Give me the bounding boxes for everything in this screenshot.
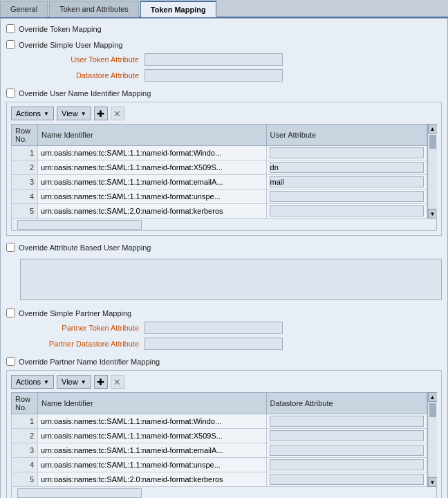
- col-header-name-2: Name Identifier: [38, 393, 267, 414]
- simple-user-mapping-label: Override Simple User Mapping: [19, 41, 122, 49]
- scroll-down-2[interactable]: ▼: [428, 477, 438, 487]
- tab-general[interactable]: General: [0, 1, 48, 17]
- simple-partner-mapping-label: Override Simple Partner Mapping: [19, 309, 131, 317]
- partner-datastore-attribute-row: Partner Datastore Attribute: [20, 338, 442, 350]
- partner-actions-label: Actions: [16, 378, 41, 386]
- partner-attr-input-4[interactable]: [270, 459, 424, 470]
- table-row: 1 urn:oasis:names:tc:SAML:1.1:nameid-for…: [12, 146, 427, 160]
- partner-attr-1: [266, 414, 427, 429]
- partner-row-no-3: 3: [12, 443, 38, 458]
- simple-partner-mapping-fields: Partner Token Attribute Partner Datastor…: [6, 322, 442, 350]
- partner-name-identifier-label: Override Partner Name Identifier Mapping: [19, 358, 160, 366]
- table-row: 5 urn:oasis:names:tc:SAML:2.0:nameid-for…: [12, 472, 427, 487]
- partner-actions-button[interactable]: Actions ▼: [11, 375, 54, 389]
- table-scrollbar-1[interactable]: ▲ ▼: [427, 124, 437, 219]
- delete-icon: ✕: [113, 109, 121, 119]
- partner-token-attribute-row: Partner Token Attribute: [20, 322, 442, 334]
- override-token-mapping-section: Override Token Mapping: [6, 24, 442, 33]
- partner-attr-input-2[interactable]: [270, 430, 424, 441]
- partner-row-no-5: 5: [12, 472, 38, 487]
- datastore-attribute-input[interactable]: [144, 69, 283, 82]
- scroll-track-2: [429, 403, 437, 477]
- user-attr-1: [266, 146, 427, 160]
- user-attr-input-1[interactable]: [270, 147, 424, 158]
- user-name-identifier-checkbox[interactable]: [6, 89, 15, 98]
- table-row: 1 urn:oasis:names:tc:SAML:1.1:nameid-for…: [12, 414, 427, 429]
- table-row: 4 urn:oasis:names:tc:SAML:1.1:nameid-for…: [12, 190, 427, 204]
- scroll-thumb-1: [429, 135, 436, 149]
- partner-name-identifier-subsection: Actions ▼ View ▼ ✚ ✕ RowNo: [6, 370, 442, 498]
- partner-attr-input-1[interactable]: [270, 416, 424, 427]
- user-name-identifier-section: Override User Name Identifier Mapping Ac…: [6, 89, 442, 236]
- tab-token-mapping[interactable]: Token Mapping: [140, 1, 216, 17]
- user-attr-input-3[interactable]: [270, 176, 424, 187]
- attribute-based-indent: [6, 256, 442, 302]
- partner-name-identifier-checkbox[interactable]: [6, 357, 15, 366]
- datastore-attribute-row: Datastore Attribute: [20, 69, 442, 82]
- partner-view-button[interactable]: View ▼: [57, 375, 91, 389]
- partner-name-identifier-2: urn:oasis:names:tc:SAML:1.1:nameid-forma…: [38, 429, 267, 443]
- attribute-based-checkbox[interactable]: [6, 243, 15, 252]
- partner-view-label: View: [62, 378, 78, 386]
- simple-partner-mapping-checkbox[interactable]: [6, 308, 15, 317]
- col-header-attr-1: User Attribute: [266, 124, 427, 146]
- user-token-attribute-row: User Token Attribute: [20, 53, 442, 66]
- actions-arrow-icon: ▼: [44, 111, 49, 117]
- partner-add-icon: ✚: [97, 377, 104, 387]
- user-attr-3: [266, 175, 427, 190]
- partner-attr-input-3[interactable]: [270, 445, 424, 456]
- partner-token-attribute-input[interactable]: [144, 322, 283, 334]
- user-attr-2: [266, 160, 427, 175]
- override-token-mapping-row: Override Token Mapping: [6, 24, 442, 33]
- view-button[interactable]: View ▼: [57, 107, 91, 120]
- user-attr-4: [266, 190, 427, 204]
- user-token-attribute-label: User Token Attribute: [34, 55, 144, 64]
- partner-add-row-button[interactable]: ✚: [94, 375, 108, 389]
- tab-token-attributes[interactable]: Token and Attributes: [49, 1, 139, 17]
- name-identifier-3: urn:oasis:names:tc:SAML:1.1:nameid-forma…: [38, 175, 267, 190]
- attribute-based-textarea[interactable]: [20, 259, 442, 300]
- partner-datastore-attribute-input[interactable]: [144, 338, 283, 350]
- partner-row-no-1: 1: [12, 414, 38, 429]
- partner-name-identifier-section: Override Partner Name Identifier Mapping…: [6, 357, 442, 498]
- edit-input-2[interactable]: [17, 488, 142, 498]
- table-row: 2 urn:oasis:names:tc:SAML:1.1:nameid-for…: [12, 429, 427, 443]
- scroll-up-1[interactable]: ▲: [428, 124, 438, 133]
- actions-button[interactable]: Actions ▼: [11, 107, 54, 120]
- row-no-2: 2: [12, 160, 38, 175]
- partner-delete-row-button[interactable]: ✕: [111, 375, 124, 389]
- delete-row-button[interactable]: ✕: [111, 107, 124, 120]
- user-attr-input-5[interactable]: [270, 205, 424, 216]
- user-attr-input-4[interactable]: [270, 191, 424, 202]
- simple-partner-mapping-checkbox-row: Override Simple Partner Mapping: [6, 308, 442, 317]
- partner-attr-3: [266, 443, 427, 458]
- name-identifier-1: urn:oasis:names:tc:SAML:1.1:nameid-forma…: [38, 146, 267, 160]
- user-name-identifier-label: Override User Name Identifier Mapping: [19, 89, 151, 98]
- user-attr-input-2[interactable]: [270, 162, 424, 173]
- col-header-rowno-2: RowNo.: [12, 393, 38, 414]
- scroll-up-2[interactable]: ▲: [428, 392, 438, 402]
- partner-name-identifier-table-wrapper: RowNo. Name Identifier Datastore Attribu…: [11, 392, 437, 487]
- simple-user-mapping-checkbox[interactable]: [6, 40, 15, 49]
- attribute-based-user-mapping-section: Override Attribute Based User Mapping: [6, 243, 442, 302]
- name-identifier-2: urn:oasis:names:tc:SAML:1.1:nameid-forma…: [38, 160, 267, 175]
- partner-token-attribute-label: Partner Token Attribute: [34, 324, 144, 332]
- row-no-1: 1: [12, 146, 38, 160]
- partner-attr-input-5[interactable]: [270, 474, 424, 485]
- partner-name-identifier-4: urn:oasis:names:tc:SAML:1.1:nameid-forma…: [38, 458, 267, 472]
- tab-bar: General Token and Attributes Token Mappi…: [0, 0, 448, 18]
- table-scrollbar-2[interactable]: ▲ ▼: [427, 392, 437, 487]
- main-content: Override Token Mapping Override Simple U…: [0, 18, 448, 498]
- partner-view-arrow-icon: ▼: [81, 379, 86, 385]
- edit-input-1[interactable]: [17, 220, 142, 230]
- partner-attr-5: [266, 472, 427, 487]
- user-token-attribute-input[interactable]: [144, 53, 283, 66]
- partner-name-identifier-1: urn:oasis:names:tc:SAML:1.1:nameid-forma…: [38, 414, 267, 429]
- simple-user-mapping-fields: User Token Attribute Datastore Attribute: [6, 53, 442, 82]
- override-token-mapping-checkbox[interactable]: [6, 24, 15, 33]
- attribute-based-checkbox-row: Override Attribute Based User Mapping: [6, 243, 442, 252]
- scroll-down-1[interactable]: ▼: [428, 209, 438, 219]
- add-row-button[interactable]: ✚: [94, 107, 108, 120]
- table-row: 4 urn:oasis:names:tc:SAML:1.1:nameid-for…: [12, 458, 427, 472]
- view-label: View: [62, 109, 78, 118]
